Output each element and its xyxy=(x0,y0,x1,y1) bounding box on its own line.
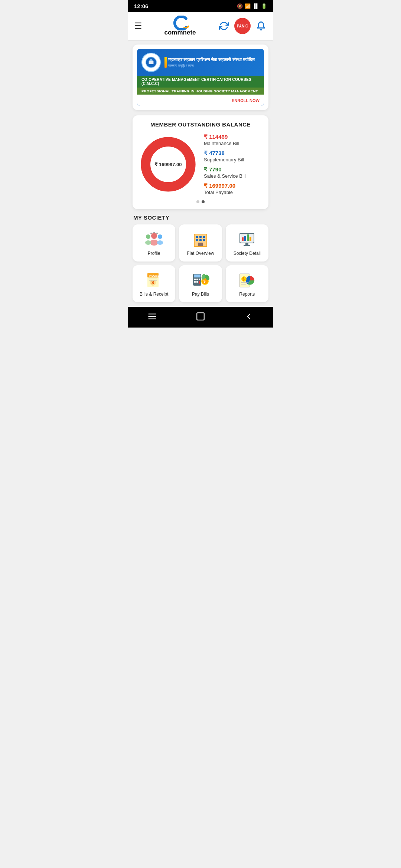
supplementary-amount: ₹ 47738 xyxy=(204,150,263,157)
banner-logo-icon xyxy=(141,53,161,72)
pay-bills-icon: $ xyxy=(190,272,211,289)
svg-rect-28 xyxy=(244,236,246,241)
svg-rect-46 xyxy=(196,281,198,283)
svg-point-9 xyxy=(146,234,150,239)
svg-rect-44 xyxy=(199,279,200,280)
gold-bar xyxy=(164,57,167,68)
profile-icon xyxy=(144,231,164,248)
logo-icon xyxy=(171,16,189,30)
banner-subtitle2: PROFESSIONAL TRAINING IN HOUSING SOCIETY… xyxy=(137,88,264,95)
legend-total: ₹ 169997.00 Total Payable xyxy=(204,183,263,195)
svg-rect-18 xyxy=(196,236,198,238)
society-detail-label: Society Detail xyxy=(234,251,261,256)
pay-bills-card[interactable]: $ Pay Bills xyxy=(179,265,222,302)
legend-sales: ₹ 7790 Sales & Service Bill xyxy=(204,166,263,179)
svg-rect-47 xyxy=(199,281,200,284)
flat-overview-icon xyxy=(190,231,211,248)
refresh-button[interactable] xyxy=(218,20,230,32)
society-detail-icon xyxy=(237,231,257,248)
svg-point-7 xyxy=(151,233,157,239)
society-grid: Profile xyxy=(133,224,268,302)
reports-icon: $ xyxy=(237,272,257,289)
total-label: Total Payable xyxy=(204,190,263,195)
flat-overview-label: Flat Overview xyxy=(187,251,214,256)
dot-1 xyxy=(196,200,199,203)
svg-rect-43 xyxy=(196,279,198,280)
flat-overview-card[interactable]: Flat Overview xyxy=(179,224,222,262)
total-amount: ₹ 169997.00 xyxy=(204,183,263,189)
svg-text:$: $ xyxy=(203,279,206,283)
donut-chart: ₹ 169997.00 xyxy=(138,135,198,194)
reports-label: Reports xyxy=(239,292,255,297)
banner-card: महाराष्ट्र सहकार प्रशिक्षण सेवा सहकारी स… xyxy=(133,45,268,110)
hamburger-icon[interactable]: ☰ xyxy=(134,21,142,31)
banner-main-title: महाराष्ट्र सहकार प्रशिक्षण सेवा सहकारी स… xyxy=(168,57,260,63)
supplementary-label: Supplementary Bill xyxy=(204,157,263,162)
svg-text:$: $ xyxy=(151,280,154,285)
my-society-section: MY SOCIETY xyxy=(133,214,268,302)
battery-icon: 🔋 xyxy=(261,3,267,9)
balance-title: MEMBER OUTSTANDING BALANCE xyxy=(138,121,263,128)
legend-maintenance: ₹ 114469 Maintenance Bill xyxy=(204,134,263,146)
main-content: महाराष्ट्र सहकार प्रशिक्षण सेवा सहकारी स… xyxy=(128,40,273,307)
signal-icon: ▐▌ xyxy=(252,3,259,9)
bills-receipt-card[interactable]: INVOICE $ Bills & Receipt xyxy=(133,265,175,302)
sales-amount: ₹ 7790 xyxy=(204,166,263,173)
bills-receipt-label: Bills & Receipt xyxy=(140,292,168,297)
svg-point-10 xyxy=(145,240,151,245)
svg-rect-32 xyxy=(244,245,250,246)
legend-supplementary: ₹ 47738 Supplementary Bill xyxy=(204,150,263,162)
reports-card[interactable]: $ Reports xyxy=(226,265,268,302)
balance-legend: ₹ 114469 Maintenance Bill ₹ 47738 Supple… xyxy=(204,134,263,195)
banner-inner: महाराष्ट्र सहकार प्रशिक्षण सेवा सहकारी स… xyxy=(137,49,264,106)
profile-label: Profile xyxy=(148,251,160,256)
notification-bell-button[interactable] xyxy=(255,20,267,32)
banner-top: महाराष्ट्र सहकार प्रशिक्षण सेवा सहकारी स… xyxy=(137,49,264,76)
panic-button[interactable]: PANIC xyxy=(234,18,251,34)
society-detail-card[interactable]: Society Detail xyxy=(226,224,268,262)
svg-point-15 xyxy=(156,233,158,234)
maintenance-amount: ₹ 114469 xyxy=(204,134,263,140)
sales-label: Sales & Service Bill xyxy=(204,173,263,179)
svg-rect-30 xyxy=(250,237,251,241)
svg-rect-24 xyxy=(198,243,203,246)
svg-rect-20 xyxy=(203,236,205,238)
svg-rect-23 xyxy=(203,239,205,241)
banner-title-block: महाराष्ट्र सहकार प्रशिक्षण सेवा सहकारी स… xyxy=(168,57,260,68)
wifi-icon: 📶 xyxy=(245,3,251,9)
status-time: 12:06 xyxy=(134,3,148,9)
svg-text:INVOICE: INVOICE xyxy=(149,274,160,277)
slide-dots xyxy=(138,200,263,203)
logo-text: commnete xyxy=(164,29,196,36)
svg-rect-29 xyxy=(247,234,249,241)
maintenance-label: Maintenance Bill xyxy=(204,141,263,146)
bills-receipt-icon: INVOICE $ xyxy=(144,272,164,289)
svg-rect-42 xyxy=(194,279,196,280)
bottom-home-icon[interactable] xyxy=(196,312,205,323)
pay-bills-label: Pay Bills xyxy=(192,292,209,297)
dot-2 xyxy=(202,200,205,203)
profile-card[interactable]: Profile xyxy=(133,224,175,262)
enroll-now-label[interactable]: ENROLL NOW xyxy=(232,98,260,103)
banner-subtitle1: CO-OPERATIVE MANAGEMENT CERTIFICATION CO… xyxy=(137,76,264,88)
svg-rect-2 xyxy=(150,59,152,61)
svg-rect-19 xyxy=(199,236,202,238)
status-icons: 🔕 📶 ▐▌ 🔋 xyxy=(237,3,267,9)
logo: commnete xyxy=(164,16,196,36)
my-society-title: MY SOCIETY xyxy=(133,214,268,221)
balance-content: ₹ 169997.00 ₹ 114469 Maintenance Bill ₹ … xyxy=(138,134,263,195)
bottom-menu-icon[interactable] xyxy=(147,312,157,323)
bottom-back-icon[interactable] xyxy=(244,312,254,323)
svg-point-12 xyxy=(157,240,163,245)
svg-rect-22 xyxy=(199,239,202,241)
banner-enroll-section: ENROLL NOW xyxy=(137,95,264,106)
svg-point-13 xyxy=(150,233,152,234)
banner-tagline: सहकार समृद्धि व ज्ञान! xyxy=(168,64,260,68)
app-header: ☰ commnete PANIC xyxy=(128,12,273,40)
svg-rect-63 xyxy=(197,313,204,320)
silent-icon: 🔕 xyxy=(237,3,243,9)
svg-rect-21 xyxy=(196,239,198,241)
svg-text:$: $ xyxy=(242,277,245,281)
svg-rect-31 xyxy=(245,243,248,245)
header-actions: PANIC xyxy=(218,18,267,34)
